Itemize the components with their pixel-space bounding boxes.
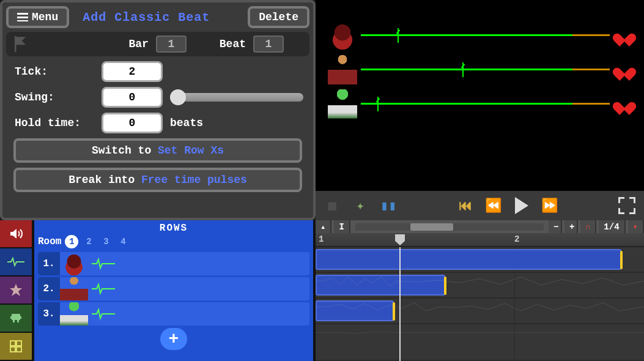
room-tab-4[interactable]: 4 [116, 235, 130, 248]
svg-rect-9 [17, 347, 21, 352]
timeline-panel: ▴ I − + ∩ 1/4 ▾ 1 2 3 [316, 220, 644, 361]
fx-icon[interactable]: ▮▮ [380, 198, 396, 214]
hold-unit: beats [170, 117, 250, 129]
playhead-handle[interactable] [395, 234, 405, 245]
heart-icon [617, 97, 632, 111]
preview-row-2 [328, 53, 632, 87]
room-tab-3[interactable]: 3 [99, 235, 113, 248]
break-link: Free time pulses [141, 174, 247, 186]
camera-icon[interactable]: ▦ [324, 198, 340, 214]
waveform-icon [316, 273, 644, 289]
prev-button[interactable]: ⏪ [486, 198, 502, 214]
tick-input[interactable] [102, 61, 163, 82]
snap-magnet-icon[interactable]: ∩ [580, 220, 596, 233]
hit-marker-icon[interactable] [618, 251, 624, 269]
row-avatar-green-icon [60, 302, 88, 326]
add-row-button[interactable]: + [160, 328, 187, 350]
play-button[interactable] [514, 198, 530, 214]
speaker-icon [9, 226, 23, 241]
break-button[interactable]: Break into Free time pulses [13, 168, 302, 192]
swing-slider[interactable] [170, 93, 303, 102]
svg-rect-1 [12, 314, 20, 320]
svg-rect-2 [10, 316, 13, 319]
zoom-in-button[interactable]: + [564, 220, 578, 233]
bar-label: Bar [128, 38, 148, 50]
swing-label: Swing: [15, 91, 94, 103]
fullscreen-button[interactable] [618, 197, 635, 214]
marker-a-icon[interactable]: ▴ [316, 220, 331, 233]
mode-tab-sound[interactable] [0, 220, 32, 248]
mode-tabs [0, 220, 32, 361]
marker-b-icon[interactable]: I [334, 220, 350, 233]
mode-tab-rows[interactable] [0, 248, 32, 277]
ecg-icon [92, 308, 115, 320]
timeline-toolbar: ▴ I − + ∩ 1/4 ▾ [316, 220, 644, 233]
timeline-track-empty[interactable] [316, 324, 644, 361]
preview-row-1 [328, 18, 632, 53]
svg-rect-5 [17, 320, 19, 322]
timeline-tracks[interactable] [316, 247, 644, 361]
beat-block[interactable] [316, 249, 621, 270]
timeline-scrollbar[interactable] [355, 223, 544, 231]
character-samurai-icon [328, 21, 357, 50]
mode-tab-rooms[interactable] [0, 333, 32, 361]
room-selector: Room 1 2 3 4 [38, 235, 309, 248]
ruler-tick: 1 [319, 234, 324, 244]
beat-label: Beat [220, 38, 246, 50]
timeline-track[interactable] [316, 273, 644, 299]
switch-mode-button[interactable]: Switch to Set Row Xs [13, 138, 302, 163]
flag-icon [12, 36, 28, 52]
row-item[interactable]: 1. [38, 252, 309, 275]
hold-label: Hold time: [15, 117, 94, 129]
timeline-track[interactable] [316, 247, 644, 273]
ecg-icon [92, 258, 115, 270]
skip-start-button[interactable]: ⏮ [457, 198, 473, 214]
switch-prefix: Switch to [92, 144, 158, 157]
svg-rect-6 [10, 341, 15, 346]
panel-title: Add Classic Beat [73, 10, 244, 24]
timeline-track[interactable] [316, 299, 644, 324]
star-icon [9, 283, 23, 297]
tick-label: Tick: [15, 65, 94, 78]
room-tab-1[interactable]: 1 [65, 235, 78, 248]
row-item[interactable]: 2. [38, 277, 309, 300]
preview-row-3 [328, 87, 632, 121]
row-item[interactable]: 3. [38, 302, 309, 326]
waveform-icon [316, 324, 644, 341]
bar-value[interactable]: 1 [156, 35, 187, 53]
beat-value[interactable]: 1 [253, 35, 284, 53]
svg-rect-7 [17, 341, 21, 346]
snap-options-icon[interactable]: ▾ [628, 220, 644, 233]
playhead-line [399, 247, 401, 361]
sidebar-panel: ROWS Room 1 2 3 4 1. 2. 3. [0, 220, 316, 361]
editor-panel: Menu Add Classic Beat Delete Bar 1 Beat … [0, 0, 316, 220]
room-label: Room [38, 236, 61, 247]
character-green-icon [328, 89, 357, 119]
menu-button[interactable]: Menu [6, 6, 69, 28]
hold-input[interactable] [102, 113, 163, 133]
timeline-ruler[interactable]: 1 2 3 [316, 233, 644, 247]
mode-tab-actions[interactable] [0, 277, 32, 305]
ruler-tick: 2 [514, 234, 519, 244]
plus-icon: + [169, 330, 179, 349]
zoom-out-button[interactable]: − [549, 220, 562, 233]
beat-line [361, 69, 610, 71]
delete-button[interactable]: Delete [248, 6, 309, 28]
snap-value[interactable]: 1/4 [599, 220, 625, 233]
swing-slider-thumb[interactable] [170, 89, 186, 105]
hamburger-icon [17, 13, 28, 21]
person-icon[interactable]: ✦ [352, 198, 368, 214]
switch-link: Set Row Xs [158, 144, 224, 157]
heart-icon [617, 28, 632, 43]
break-prefix: Break into [68, 174, 141, 186]
heart-icon [617, 62, 632, 77]
room-tab-2[interactable]: 2 [82, 235, 95, 248]
transport-bar: ▦ ✦ ▮▮ ⏮ ⏪ ⏩ [316, 191, 644, 220]
mode-tab-sprites[interactable] [0, 305, 32, 333]
svg-rect-4 [13, 320, 15, 322]
svg-rect-8 [10, 347, 15, 352]
swing-input[interactable] [102, 87, 163, 108]
scrollbar-thumb[interactable] [410, 223, 453, 231]
ecg-icon [92, 283, 115, 295]
next-button[interactable]: ⏩ [542, 198, 558, 214]
